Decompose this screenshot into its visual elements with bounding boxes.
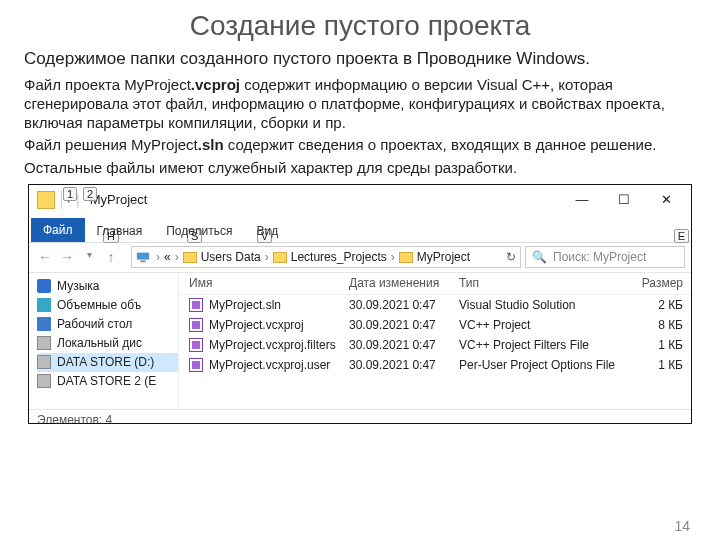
tab-home[interactable]: Главная: [85, 220, 155, 242]
file-name: MyProject.vcxproj.user: [209, 358, 330, 372]
nav-item-label: Локальный дис: [57, 336, 142, 350]
disk-icon: [37, 374, 51, 388]
svg-rect-1: [140, 261, 145, 263]
maximize-button[interactable]: ☐: [603, 186, 645, 214]
file-type: VC++ Project Filters File: [459, 338, 619, 352]
refresh-button[interactable]: ↻: [506, 250, 516, 264]
music-icon: [37, 279, 51, 293]
nav-pane: МузыкаОбъемные объРабочий столЛокальный …: [29, 273, 179, 409]
search-placeholder: Поиск: MyProject: [553, 250, 646, 264]
up-button[interactable]: ↑: [101, 249, 121, 265]
file-row[interactable]: MyProject.vcxproj.filters30.09.2021 0:47…: [179, 335, 691, 355]
title-bar: ▾ | MyProject — ☐ ✕: [29, 185, 691, 215]
file-row[interactable]: MyProject.vcxproj30.09.2021 0:47VC++ Pro…: [179, 315, 691, 335]
file-row[interactable]: MyProject.sln30.09.2021 0:47Visual Studi…: [179, 295, 691, 315]
file-icon: [189, 358, 203, 372]
search-icon: 🔍: [532, 250, 547, 264]
breadcrumb[interactable]: › « › Users Data › Lectures_Projects › M…: [131, 246, 521, 268]
file-size: 1 КБ: [619, 358, 689, 372]
status-bar: Элементов: 4: [29, 409, 691, 424]
page-number: 14: [674, 518, 690, 534]
desk-icon: [37, 317, 51, 331]
col-name[interactable]: Имя: [189, 276, 349, 290]
nav-item-label: Музыка: [57, 279, 99, 293]
file-row[interactable]: MyProject.vcxproj.user30.09.2021 0:47Per…: [179, 355, 691, 375]
column-headers[interactable]: Имя Дата изменения Тип Размер: [179, 273, 691, 295]
crumb-ellipsis[interactable]: «: [164, 250, 171, 264]
crumb-sep-icon: ›: [263, 250, 271, 264]
intro-text: Содержимое папки созданного пустого прое…: [24, 48, 696, 70]
crumb-users-data[interactable]: Users Data: [201, 250, 261, 264]
file-list: Имя Дата изменения Тип Размер MyProject.…: [179, 273, 691, 409]
vol-icon: [37, 298, 51, 312]
nav-item-label: DATA STORE (D:): [57, 355, 154, 369]
para-1: Файл проекта MyProject.vcproj содержит и…: [24, 76, 696, 132]
status-text: Элементов: 4: [37, 413, 112, 424]
close-button[interactable]: ✕: [645, 186, 687, 214]
svg-rect-0: [137, 253, 149, 260]
crumb-sep-icon: ›: [389, 250, 397, 264]
nav-item[interactable]: DATA STORE 2 (E: [37, 372, 178, 391]
disk-icon: [37, 355, 51, 369]
file-size: 2 КБ: [619, 298, 689, 312]
para-3: Остальные файлы имеют служебный характер…: [24, 159, 696, 178]
file-size: 1 КБ: [619, 338, 689, 352]
nav-item-label: Объемные объ: [57, 298, 141, 312]
col-type[interactable]: Тип: [459, 276, 619, 290]
nav-item-label: DATA STORE 2 (E: [57, 374, 156, 388]
pc-icon: [136, 250, 152, 264]
slide-title: Создание пустого проекта: [24, 10, 696, 42]
tab-share[interactable]: Поделиться: [154, 220, 244, 242]
kbd-hint-E: E: [674, 229, 689, 243]
folder-icon: [37, 191, 55, 209]
crumb-sep-icon: ›: [154, 250, 162, 264]
crumb-lectures[interactable]: Lectures_Projects: [291, 250, 387, 264]
file-tab-label: Файл: [43, 223, 73, 237]
file-icon: [189, 298, 203, 312]
kbd-hint-1: 1: [63, 187, 77, 201]
file-type: Per-User Project Options File: [459, 358, 619, 372]
file-name: MyProject.vcxproj: [209, 318, 304, 332]
file-icon: [189, 318, 203, 332]
forward-button[interactable]: →: [57, 249, 77, 265]
crumb-sep-icon: ›: [173, 250, 181, 264]
file-name: MyProject.vcxproj.filters: [209, 338, 336, 352]
explorer-window: 1 2 H S V E ▾ | MyProject — ☐ ✕ Файл Гла…: [28, 184, 692, 424]
disk-icon: [37, 336, 51, 350]
file-tab[interactable]: Файл: [31, 218, 85, 242]
nav-item[interactable]: Локальный дис: [37, 334, 178, 353]
file-icon: [189, 338, 203, 352]
folder-icon: [273, 252, 287, 263]
file-date: 30.09.2021 0:47: [349, 298, 459, 312]
folder-icon: [399, 252, 413, 263]
file-date: 30.09.2021 0:47: [349, 358, 459, 372]
search-input[interactable]: 🔍 Поиск: MyProject: [525, 246, 685, 268]
kbd-hint-2: 2: [83, 187, 97, 201]
address-bar-row: ← → ▾ ↑ › « › Users Data › Lectures_Proj…: [29, 243, 691, 273]
file-name: MyProject.sln: [209, 298, 281, 312]
nav-item[interactable]: Музыка: [37, 277, 178, 296]
nav-item[interactable]: DATA STORE (D:): [37, 353, 178, 372]
crumb-myproject[interactable]: MyProject: [417, 250, 470, 264]
nav-item[interactable]: Рабочий стол: [37, 315, 178, 334]
tab-view[interactable]: Вид: [244, 220, 290, 242]
file-date: 30.09.2021 0:47: [349, 318, 459, 332]
back-button[interactable]: ←: [35, 249, 55, 265]
window-title: MyProject: [90, 192, 148, 207]
folder-icon: [183, 252, 197, 263]
ribbon-tabs: Файл Главная Поделиться Вид: [29, 215, 691, 243]
separator: [61, 191, 62, 209]
file-date: 30.09.2021 0:47: [349, 338, 459, 352]
minimize-button[interactable]: —: [561, 186, 603, 214]
file-type: Visual Studio Solution: [459, 298, 619, 312]
col-date[interactable]: Дата изменения: [349, 276, 459, 290]
file-type: VC++ Project: [459, 318, 619, 332]
recent-button[interactable]: ▾: [79, 249, 99, 265]
nav-item[interactable]: Объемные объ: [37, 296, 178, 315]
nav-item-label: Рабочий стол: [57, 317, 132, 331]
para-2: Файл решения MyProject.sln содержит свед…: [24, 136, 696, 155]
file-size: 8 КБ: [619, 318, 689, 332]
col-size[interactable]: Размер: [619, 276, 689, 290]
